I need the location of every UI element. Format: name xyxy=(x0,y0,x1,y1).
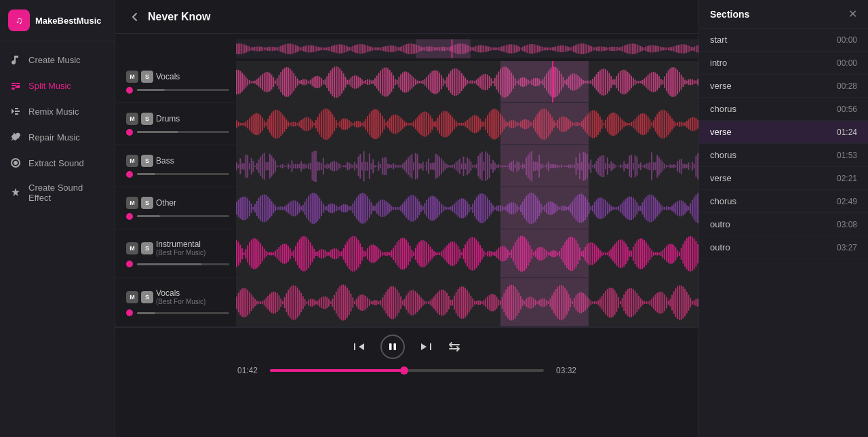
solo-badge-bass[interactable]: S xyxy=(141,155,153,167)
mute-badge-vocals-bfm[interactable]: M xyxy=(126,291,138,303)
svg-rect-701 xyxy=(540,110,542,139)
section-item-intro[interactable]: intro 00:00 xyxy=(699,52,868,75)
section-time-verse2: 01:24 xyxy=(837,128,857,137)
sidebar-item-extract-sound[interactable]: Extract Sound xyxy=(0,150,115,176)
svg-rect-214 xyxy=(586,44,587,53)
svg-rect-275 xyxy=(686,45,688,53)
sidebar-label-split-music: Split Music xyxy=(28,81,71,91)
vol-slider-vocals[interactable] xyxy=(137,89,229,91)
mute-badge-other[interactable]: M xyxy=(126,197,138,209)
svg-rect-1176 xyxy=(490,203,492,214)
svg-rect-1581 xyxy=(312,299,313,306)
section-item-verse3[interactable]: verse 02:21 xyxy=(699,167,868,190)
solo-badge-drums[interactable]: S xyxy=(141,113,153,125)
svg-rect-760 xyxy=(649,119,650,130)
svg-rect-1609 xyxy=(363,294,365,310)
svg-rect-1424 xyxy=(485,252,486,254)
track-controls-vocals-bfm: M S Vocals (Best For Music) xyxy=(115,286,236,319)
svg-rect-1612 xyxy=(369,299,370,305)
sidebar-item-create-music[interactable]: Create Music xyxy=(0,47,115,73)
vol-slider-instrumental[interactable] xyxy=(137,263,229,265)
svg-rect-1648 xyxy=(435,294,437,311)
section-item-chorus3[interactable]: chorus 02:49 xyxy=(699,190,868,213)
back-button[interactable] xyxy=(129,11,141,23)
mute-badge-instrumental[interactable]: M xyxy=(126,242,138,254)
svg-rect-1788 xyxy=(694,301,695,305)
svg-rect-1627 xyxy=(397,290,398,316)
svg-rect-562 xyxy=(284,117,285,131)
section-item-chorus1[interactable]: chorus 00:56 xyxy=(699,98,868,121)
svg-rect-398 xyxy=(444,81,446,84)
track-waveform-instrumental[interactable] xyxy=(236,229,698,278)
svg-rect-86 xyxy=(376,48,378,50)
solo-badge-instrumental[interactable]: S xyxy=(141,242,153,254)
loop-button[interactable] xyxy=(447,339,462,354)
svg-rect-633 xyxy=(415,119,416,129)
svg-rect-616 xyxy=(384,119,385,129)
svg-rect-1722 xyxy=(572,301,573,304)
track-waveform-drums[interactable] xyxy=(236,103,698,145)
track-waveform-bass[interactable] xyxy=(236,145,698,187)
section-item-verse2[interactable]: verse 01:24 xyxy=(699,121,868,144)
svg-rect-1014 xyxy=(655,162,656,170)
svg-rect-1225 xyxy=(581,194,583,223)
mute-badge-vocals[interactable]: M xyxy=(126,71,138,83)
sidebar-item-create-sound-effect[interactable]: Create Sound Effect xyxy=(0,176,115,210)
close-sections-button[interactable]: ✕ xyxy=(848,7,857,20)
mute-badge-bass[interactable]: M xyxy=(126,155,138,167)
sidebar-item-remix-music[interactable]: Remix Music xyxy=(0,98,115,124)
svg-rect-714 xyxy=(564,117,566,132)
section-item-outro2[interactable]: outro 03:27 xyxy=(699,236,868,259)
svg-rect-549 xyxy=(260,115,261,133)
section-item-start[interactable]: start 00:00 xyxy=(699,28,868,52)
track-waveform-vocals-bfm[interactable] xyxy=(236,278,698,326)
vol-slider-vocals-bfm[interactable] xyxy=(137,312,229,314)
section-item-chorus2[interactable]: chorus 01:53 xyxy=(699,144,868,167)
svg-rect-1488 xyxy=(603,252,604,254)
section-item-verse1[interactable]: verse 00:28 xyxy=(699,75,868,98)
solo-badge-other[interactable]: S xyxy=(141,197,153,209)
svg-rect-1643 xyxy=(426,301,427,303)
svg-rect-196 xyxy=(557,46,558,52)
vol-slider-other[interactable] xyxy=(137,215,229,217)
vol-slider-drums[interactable] xyxy=(137,131,229,133)
svg-rect-1099 xyxy=(349,206,350,210)
svg-rect-682 xyxy=(505,121,507,126)
mute-badge-drums[interactable]: M xyxy=(126,113,138,125)
svg-rect-425 xyxy=(494,78,496,87)
svg-rect-1106 xyxy=(361,193,363,223)
svg-rect-1285 xyxy=(692,200,693,217)
svg-rect-1733 xyxy=(592,301,593,303)
solo-badge-vocals-bfm[interactable]: S xyxy=(141,291,153,303)
svg-rect-698 xyxy=(535,117,536,132)
svg-rect-291 xyxy=(247,79,248,86)
track-waveform-other[interactable] xyxy=(236,187,698,229)
solo-badge-vocals[interactable]: S xyxy=(141,71,153,83)
svg-rect-488 xyxy=(610,76,612,88)
sidebar-item-repair-music[interactable]: Repair Music xyxy=(0,124,115,150)
svg-rect-262 xyxy=(665,48,666,50)
track-waveform-vocals[interactable] xyxy=(236,61,698,102)
svg-rect-226 xyxy=(606,48,607,51)
svg-rect-799 xyxy=(258,159,260,173)
svg-rect-1406 xyxy=(452,242,453,266)
svg-rect-1377 xyxy=(398,240,399,268)
svg-rect-1486 xyxy=(599,250,601,257)
vol-slider-bass[interactable] xyxy=(137,173,229,175)
fast-forward-button[interactable] xyxy=(418,339,433,354)
svg-rect-963 xyxy=(561,165,562,168)
svg-rect-1537 xyxy=(694,238,695,269)
progress-bar[interactable] xyxy=(270,369,544,372)
svg-rect-835 xyxy=(325,165,326,168)
svg-rect-957 xyxy=(550,164,551,168)
svg-rect-1293 xyxy=(243,252,245,255)
svg-rect-742 xyxy=(616,114,617,134)
sidebar-item-split-music[interactable]: Split Music xyxy=(0,73,115,98)
section-item-outro1[interactable]: outro 03:08 xyxy=(699,213,868,236)
svg-rect-507 xyxy=(646,77,647,88)
svg-rect-1730 xyxy=(587,297,588,308)
play-pause-button[interactable] xyxy=(380,335,405,359)
svg-rect-544 xyxy=(251,116,252,132)
rewind-button[interactable] xyxy=(352,339,367,354)
mini-waveform[interactable] xyxy=(236,39,698,58)
